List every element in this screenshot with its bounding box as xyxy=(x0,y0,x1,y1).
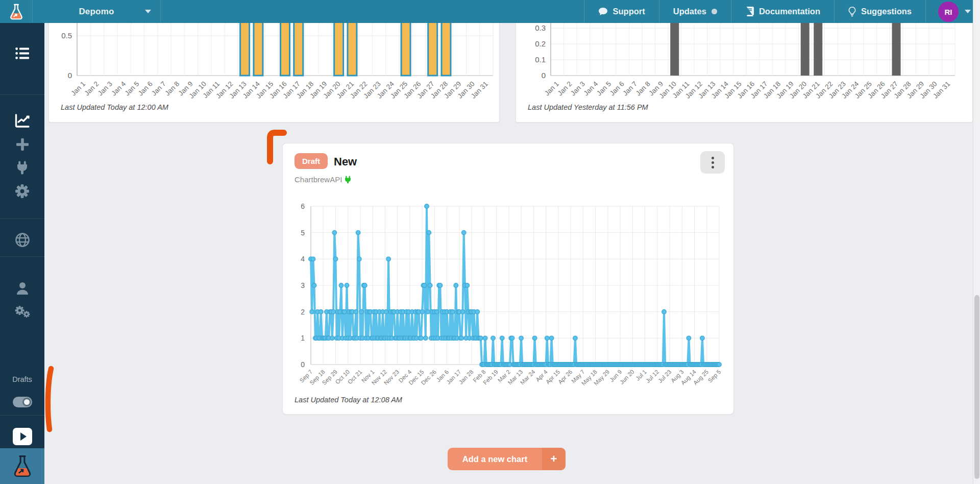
svg-text:0: 0 xyxy=(301,360,305,369)
svg-text:0.3: 0.3 xyxy=(535,23,546,32)
scrollbar-thumb[interactable] xyxy=(974,295,979,479)
svg-text:5: 5 xyxy=(301,229,305,237)
svg-text:6: 6 xyxy=(301,202,305,210)
nav-item-label: Support xyxy=(613,7,645,16)
plug-icon xyxy=(16,161,29,175)
project-selector-dropdown[interactable]: Depomo xyxy=(33,0,161,23)
sidebar-item-team-settings[interactable] xyxy=(0,304,44,319)
chat-bubble-icon xyxy=(598,7,608,16)
cogs-icon xyxy=(15,304,30,319)
svg-text:Jan 2: Jan 2 xyxy=(556,80,573,98)
svg-text:Jan 7: Jan 7 xyxy=(621,80,639,98)
sidebar-item-dashboards[interactable] xyxy=(0,47,44,60)
svg-text:Sep 5: Sep 5 xyxy=(707,369,722,384)
annotation-vertical-stroke xyxy=(48,369,51,429)
svg-text:Jul 12: Jul 12 xyxy=(645,369,660,384)
svg-text:Jan 4: Jan 4 xyxy=(582,80,600,97)
svg-text:2: 2 xyxy=(301,308,305,316)
svg-text:Jan 3: Jan 3 xyxy=(569,80,586,98)
svg-text:4: 4 xyxy=(301,255,305,263)
chart-line-icon xyxy=(15,114,30,128)
sidebar-item-add-chart[interactable] xyxy=(0,138,44,151)
chartbrew-logo[interactable] xyxy=(0,0,33,23)
nav-item-updates[interactable]: Updates xyxy=(659,0,731,23)
svg-text:Oct 21: Oct 21 xyxy=(347,369,363,385)
globe-icon xyxy=(15,233,30,247)
plus-icon: + xyxy=(542,448,566,470)
sidebar-item-connections[interactable] xyxy=(0,161,44,175)
svg-text:0: 0 xyxy=(68,71,72,80)
svg-text:Jan 5: Jan 5 xyxy=(123,80,140,98)
user-account-menu[interactable]: RI xyxy=(925,0,980,23)
chevron-down-icon xyxy=(965,10,971,13)
svg-text:Jan 6: Jan 6 xyxy=(608,80,626,98)
page-scrollbar[interactable] xyxy=(973,0,980,484)
plus-icon xyxy=(16,138,29,151)
svg-text:Jan 4: Jan 4 xyxy=(110,80,127,97)
project-name: Depomo xyxy=(79,7,114,17)
drafts-toggle[interactable] xyxy=(13,397,32,407)
add-new-chart-button[interactable]: Add a new chart + xyxy=(448,448,566,470)
svg-text:Jan 1: Jan 1 xyxy=(543,80,560,98)
gear-icon xyxy=(15,184,29,198)
app-stage: 00.51.0Jan 1Jan 2Jan 3Jan 4Jan 5Jan 6Jan… xyxy=(0,0,980,484)
flask-logo-icon xyxy=(9,4,24,20)
collapse-sidebar-button[interactable] xyxy=(13,428,32,445)
flask-logo-icon xyxy=(12,455,33,477)
top-navbar: Depomo Support Updates Documentatio xyxy=(0,0,980,23)
nav-item-suggestions[interactable]: Suggestions xyxy=(834,0,925,23)
svg-text:Jan 2: Jan 2 xyxy=(83,80,101,98)
navbar-menu: Support Updates Documentation xyxy=(584,0,980,23)
svg-text:0: 0 xyxy=(542,71,546,80)
svg-text:Jan 3: Jan 3 xyxy=(96,80,114,98)
play-arrow-icon xyxy=(20,432,27,441)
nav-item-support[interactable]: Support xyxy=(584,0,659,23)
nav-item-label: Documentation xyxy=(759,7,820,16)
svg-text:0.5: 0.5 xyxy=(61,31,72,40)
user-icon xyxy=(15,281,30,296)
annotation-corner-bracket xyxy=(270,133,284,161)
svg-text:0.2: 0.2 xyxy=(535,39,546,48)
book-icon xyxy=(745,7,754,16)
sidebar-item-settings[interactable] xyxy=(0,184,44,198)
nav-item-label: Suggestions xyxy=(861,7,912,16)
nav-item-label: Updates xyxy=(673,7,706,16)
svg-text:Jan 7: Jan 7 xyxy=(150,80,167,98)
last-updated-text: Last Updated Yesterday at 11:56 PM xyxy=(528,103,648,111)
chevron-down-icon xyxy=(145,10,151,13)
line-chart-draft[interactable]: 0123456Sep 7Sep 18Sep 29Oct 10Oct 21Nov … xyxy=(283,143,734,415)
left-sidebar: Drafts xyxy=(0,23,44,484)
svg-text:Jan 8: Jan 8 xyxy=(163,80,181,98)
svg-text:Jan 6: Jan 6 xyxy=(137,80,154,98)
svg-text:1: 1 xyxy=(301,334,305,342)
add-new-chart-label: Add a new chart xyxy=(448,448,542,470)
svg-text:Apr 26: Apr 26 xyxy=(557,369,573,385)
nav-item-documentation[interactable]: Documentation xyxy=(731,0,834,23)
svg-text:3: 3 xyxy=(301,281,305,289)
sidebar-item-charts[interactable] xyxy=(0,114,44,128)
lightbulb-icon xyxy=(848,7,856,17)
updates-notification-dot xyxy=(712,9,717,14)
sidebar-item-team-members[interactable] xyxy=(0,281,44,296)
svg-text:Jan 5: Jan 5 xyxy=(595,80,612,98)
sidebar-item-public-dashboard[interactable] xyxy=(0,233,44,247)
svg-text:Jan 1: Jan 1 xyxy=(69,80,87,98)
menu-list-icon xyxy=(15,47,29,60)
drafts-label: Drafts xyxy=(0,375,44,383)
last-updated-text: Last Updated Today at 12:00 AM xyxy=(61,103,168,111)
chartbrew-bottom-logo[interactable] xyxy=(0,448,44,484)
avatar[interactable]: RI xyxy=(938,2,959,22)
last-updated-text: Last Updated Today at 12:08 AM xyxy=(295,396,402,404)
svg-text:Jul 23: Jul 23 xyxy=(657,369,672,384)
svg-text:Jan 8: Jan 8 xyxy=(634,80,652,98)
draft-chart-card: Draft New ChartbrewAPI 0123456Sep 7Sep 1… xyxy=(282,143,734,415)
svg-text:0.1: 0.1 xyxy=(535,55,546,64)
